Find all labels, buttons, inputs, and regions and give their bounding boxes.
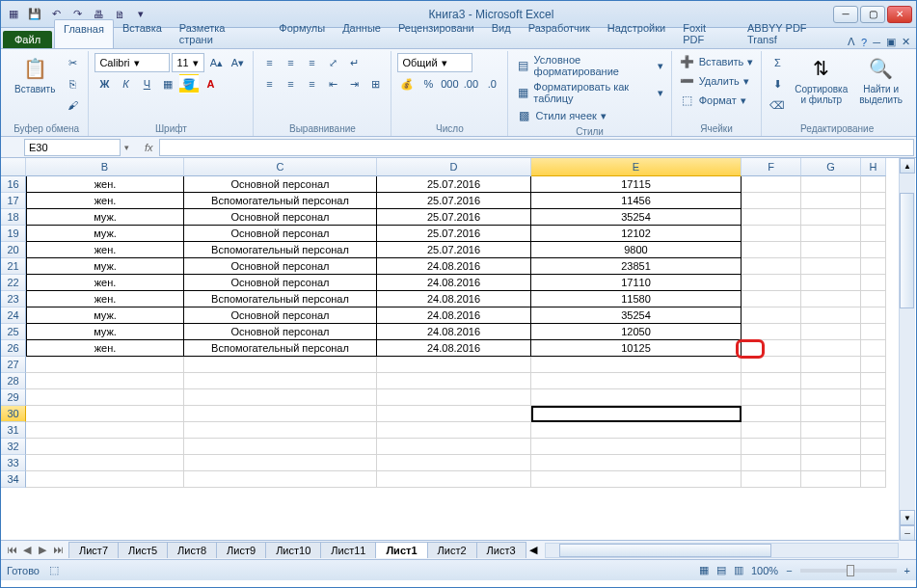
row-header[interactable]: 24	[1, 307, 26, 324]
format-cells-button[interactable]: ⬚Формат ▾	[678, 92, 748, 109]
ribbon-tab-рецензировани[interactable]: Рецензировани	[390, 19, 483, 48]
cell[interactable]	[801, 291, 861, 307]
view-layout-icon[interactable]: ▤	[716, 564, 726, 576]
row-header[interactable]: 20	[1, 242, 26, 258]
cell[interactable]	[377, 439, 531, 455]
ribbon-tab-разработчик[interactable]: Разработчик	[520, 19, 599, 48]
cell[interactable]	[801, 242, 861, 258]
cell[interactable]	[801, 340, 861, 357]
cell[interactable]	[742, 357, 801, 373]
cell[interactable]	[801, 422, 861, 439]
cell[interactable]	[861, 193, 886, 209]
scroll-up-icon[interactable]: ▲	[900, 158, 915, 174]
cell[interactable]: Вспомогательный персонал	[184, 193, 377, 209]
select-all-corner[interactable]	[1, 158, 26, 176]
row-header[interactable]: 31	[1, 422, 26, 439]
cell[interactable]: 11580	[531, 291, 742, 307]
shrink-font-icon[interactable]: A▾	[228, 53, 247, 72]
cell[interactable]	[26, 422, 184, 439]
row-header[interactable]: 33	[1, 455, 26, 471]
dec-decimal-icon[interactable]: .0	[482, 74, 501, 94]
sheet-tab[interactable]: Лист10	[265, 542, 321, 558]
cell[interactable]: муж.	[26, 258, 184, 275]
cell[interactable]	[184, 357, 377, 373]
ribbon-tab-вид[interactable]: Вид	[483, 19, 520, 48]
cell[interactable]	[26, 471, 184, 488]
ribbon-tab-формулы[interactable]: Формулы	[270, 19, 334, 48]
cell[interactable]	[26, 455, 184, 471]
sheet-tab[interactable]: Лист8	[167, 542, 217, 558]
cell[interactable]: Вспомогательный персонал	[184, 340, 377, 357]
cell[interactable]	[742, 258, 801, 275]
view-normal-icon[interactable]: ▦	[699, 564, 709, 576]
row-header[interactable]: 29	[1, 389, 26, 406]
cell[interactable]	[742, 439, 801, 455]
cell[interactable]	[861, 291, 886, 307]
cell[interactable]: Основной персонал	[184, 226, 377, 242]
cell[interactable]	[377, 357, 531, 373]
col-header-E[interactable]: E	[531, 158, 742, 176]
cell[interactable]	[742, 389, 801, 406]
cell[interactable]: 24.08.2016	[377, 258, 531, 275]
sheet-tab[interactable]: Лист7	[68, 542, 119, 558]
cell[interactable]	[801, 439, 861, 455]
cell[interactable]	[861, 373, 886, 389]
close-button[interactable]: ✕	[887, 6, 912, 23]
cell[interactable]: 24.08.2016	[377, 275, 531, 291]
format-as-table-button[interactable]: ▦Форматировать как таблицу ▾	[514, 80, 664, 105]
paste-button[interactable]: 📋 Вставить	[11, 53, 59, 96]
cell[interactable]	[801, 258, 861, 275]
row-header[interactable]: 23	[1, 291, 26, 307]
cell[interactable]	[184, 439, 377, 455]
ribbon-tab-разметка-страни[interactable]: Разметка страни	[171, 19, 270, 48]
cell[interactable]	[377, 373, 531, 389]
cell[interactable]	[742, 209, 801, 226]
cell[interactable]	[801, 226, 861, 242]
find-select-button[interactable]: 🔍 Найти и выделить	[855, 53, 906, 107]
cell[interactable]: 12050	[531, 324, 742, 340]
indent-dec-icon[interactable]: ⇤	[323, 74, 342, 94]
cell[interactable]: Основной персонал	[184, 275, 377, 291]
font-color-icon[interactable]: A	[201, 74, 220, 94]
copy-icon[interactable]: ⎘	[63, 74, 82, 94]
cell[interactable]	[801, 357, 861, 373]
spreadsheet-grid[interactable]: BCDEFGH16жен.Основной персонал25.07.2016…	[1, 158, 916, 540]
ribbon-tab-надстройки[interactable]: Надстройки	[599, 19, 674, 48]
row-header[interactable]: 27	[1, 357, 26, 373]
help-icon[interactable]: ?	[861, 37, 867, 48]
conditional-formatting-button[interactable]: ▤Условное форматирование ▾	[514, 53, 664, 78]
cell[interactable]: жен.	[26, 242, 184, 258]
cell[interactable]	[377, 455, 531, 471]
row-header[interactable]: 18	[1, 209, 26, 226]
view-pagebreak-icon[interactable]: ▥	[734, 564, 743, 576]
zoom-out-icon[interactable]: −	[786, 565, 792, 576]
cell[interactable]: муж.	[26, 324, 184, 340]
doc-restore-icon[interactable]: ▣	[886, 36, 896, 48]
cell[interactable]: 17115	[531, 176, 742, 193]
sheet-first-icon[interactable]: ⏮	[5, 544, 18, 556]
cell[interactable]	[184, 389, 377, 406]
cell[interactable]: Основной персонал	[184, 258, 377, 275]
cell[interactable]	[742, 324, 801, 340]
ribbon-tab-главная[interactable]: Главная	[54, 19, 114, 48]
cell[interactable]: Основной персонал	[184, 176, 377, 193]
cell[interactable]	[184, 471, 377, 488]
doc-close-icon[interactable]: ✕	[902, 36, 910, 48]
minimize-ribbon-icon[interactable]: ᐱ	[848, 36, 855, 48]
cell[interactable]	[742, 373, 801, 389]
maximize-button[interactable]: ▢	[860, 6, 885, 23]
hscroll-thumb[interactable]	[559, 544, 771, 557]
cell[interactable]	[801, 176, 861, 193]
row-header[interactable]: 22	[1, 275, 26, 291]
sheet-next-icon[interactable]: ▶	[36, 544, 49, 556]
macro-record-icon[interactable]: ⬚	[49, 564, 59, 576]
autosum-icon[interactable]: Σ	[768, 53, 787, 72]
ribbon-tab-foxit-pdf[interactable]: Foxit PDF	[674, 19, 739, 48]
cell[interactable]	[801, 373, 861, 389]
doc-minimize-icon[interactable]: ─	[873, 37, 880, 48]
cell[interactable]	[742, 275, 801, 291]
cell[interactable]: 9800	[531, 242, 742, 258]
col-header-F[interactable]: F	[742, 158, 801, 176]
cell[interactable]	[742, 242, 801, 258]
font-size-combo[interactable]: 11▾	[172, 53, 204, 72]
